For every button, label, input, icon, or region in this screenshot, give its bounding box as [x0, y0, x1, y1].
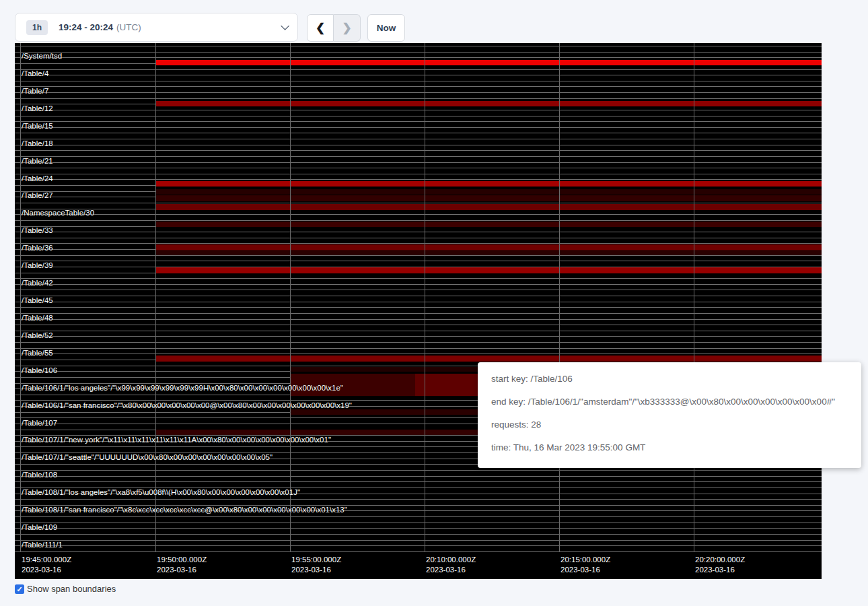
x-axis-date: 2023-03-16 [157, 565, 207, 575]
row-label: /Table/108 [22, 471, 57, 479]
x-axis-time: 20:15:00.000Z [560, 555, 610, 565]
time-gridline [694, 43, 694, 552]
row-label: /Table/108/1/"san francisco"/"\x8c\xcc\x… [22, 506, 347, 514]
x-axis-date: 2023-03-16 [22, 565, 71, 575]
x-axis-time: 20:20:00.000Z [695, 555, 745, 565]
row-label: /Table/39 [22, 261, 53, 269]
row-label: /Table/7 [22, 87, 48, 95]
row-label: /Table/4 [22, 69, 48, 77]
tooltip-time: time: Thu, 16 Mar 2023 19:55:00 GMT [491, 441, 861, 454]
row-label: /Table/24 [22, 174, 53, 182]
x-axis-tick: 20:10:00.000Z2023-03-16 [426, 555, 476, 575]
x-axis-time: 19:45:00.000Z [22, 555, 71, 565]
row-label: /Table/106 [22, 366, 57, 374]
heat-band[interactable] [155, 267, 822, 273]
chevron-right-icon: ❯ [342, 21, 351, 35]
tooltip-requests: requests: 28 [491, 418, 861, 432]
x-axis-date: 2023-03-16 [426, 565, 476, 575]
time-gridline [290, 43, 291, 552]
x-axis-tick: 19:50:00.000Z2023-03-16 [157, 555, 207, 575]
heat-band[interactable] [155, 356, 822, 362]
x-axis-tick: 19:45:00.000Z2023-03-16 [22, 555, 71, 575]
x-axis-date: 2023-03-16 [695, 565, 745, 575]
chevron-left-icon: ❮ [316, 21, 325, 35]
row-label: /Table/45 [22, 296, 53, 304]
range-timezone: (UTC) [116, 22, 141, 32]
row-label: /Table/107/1/"seattle"/"UUUUUUD\x00\x80\… [22, 453, 273, 461]
range-text: 19:24 - 20:24 [59, 22, 113, 32]
heat-band[interactable] [155, 60, 822, 65]
row-label: /System/tsd [22, 52, 62, 60]
time-gridline [425, 43, 425, 552]
x-axis-date: 2023-03-16 [291, 565, 341, 575]
time-gridline [155, 43, 156, 552]
heat-band[interactable] [155, 204, 822, 210]
row-label: /Table/18 [22, 139, 53, 147]
chevron-down-icon [281, 22, 289, 30]
tooltip-start-key: start key: /Table/106 [491, 372, 861, 386]
now-button[interactable]: Now [367, 14, 405, 42]
row-label: /Table/21 [22, 157, 53, 165]
row-label: /Table/36 [22, 244, 53, 252]
x-axis-time: 19:50:00.000Z [157, 555, 207, 565]
key-visualizer-canvas[interactable]: /System/tsd/Table/4/Table/7/Table/12/Tab… [15, 43, 822, 579]
row-label: /Table/12 [22, 104, 53, 112]
heat-band[interactable] [155, 195, 822, 201]
toolbar: 1h 19:24 - 20:24 (UTC) ❮ ❯ Now [0, 0, 868, 43]
heat-band[interactable] [155, 244, 822, 250]
heat-band[interactable] [155, 101, 822, 106]
row-label: /Table/109 [22, 523, 57, 531]
row-label: /Table/107/1/"new york"/"\x11\x11\x11\x1… [22, 436, 331, 444]
heat-band[interactable] [155, 181, 822, 187]
row-label: /Table/52 [22, 331, 53, 339]
heat-band[interactable] [155, 251, 822, 255]
time-range-dropdown[interactable]: 1h 19:24 - 20:24 (UTC) [15, 13, 298, 42]
heat-band[interactable] [155, 189, 822, 195]
row-label: /NamespaceTable/30 [22, 209, 94, 217]
row-label: /Table/106/1/"los angeles"/"\x99\x99\x99… [22, 384, 343, 392]
span-boundary-lines [15, 46, 822, 552]
show-span-boundaries-label: Show span boundaries [27, 584, 116, 594]
time-gridline [20, 43, 21, 552]
row-label: /Table/15 [22, 122, 53, 130]
row-label: /Table/108/1/"los angeles"/"\xa8\xf5\u00… [22, 488, 300, 496]
show-span-boundaries-checkbox[interactable]: ✓ [15, 584, 24, 594]
row-label: /Table/27 [22, 191, 53, 199]
range-duration-badge: 1h [26, 20, 48, 35]
row-label: /Table/48 [22, 314, 53, 322]
row-label: /Table/106/1/"san francisco"/"\x80\x00\x… [22, 401, 352, 409]
x-axis-date: 2023-03-16 [560, 565, 610, 575]
row-label: /Table/33 [22, 226, 53, 234]
next-range-button[interactable]: ❯ [334, 14, 361, 42]
now-button-label: Now [377, 23, 396, 33]
x-axis-tick: 19:55:00.000Z2023-03-16 [291, 555, 341, 575]
x-axis-time: 19:55:00.000Z [291, 555, 341, 565]
row-label: /Table/107 [22, 419, 57, 427]
time-nav-group: ❮ ❯ [307, 14, 361, 42]
row-label: /Table/55 [22, 349, 53, 357]
previous-range-button[interactable]: ❮ [307, 14, 334, 42]
checkmark-icon: ✓ [16, 585, 22, 593]
x-axis-tick: 20:20:00.000Z2023-03-16 [695, 555, 745, 575]
time-gridline [559, 43, 560, 552]
tooltip-end-key: end key: /Table/106/1/"amsterdam"/"\xb33… [491, 395, 861, 409]
hover-tooltip: start key: /Table/106 end key: /Table/10… [478, 362, 861, 468]
x-axis-tick: 20:15:00.000Z2023-03-16 [560, 555, 610, 575]
footer: ✓ Show span boundaries [15, 584, 116, 594]
row-label: /Table/42 [22, 279, 53, 287]
x-axis-time: 20:10:00.000Z [426, 555, 476, 565]
row-label: /Table/111/1 [22, 541, 63, 549]
heat-band[interactable] [155, 222, 822, 227]
